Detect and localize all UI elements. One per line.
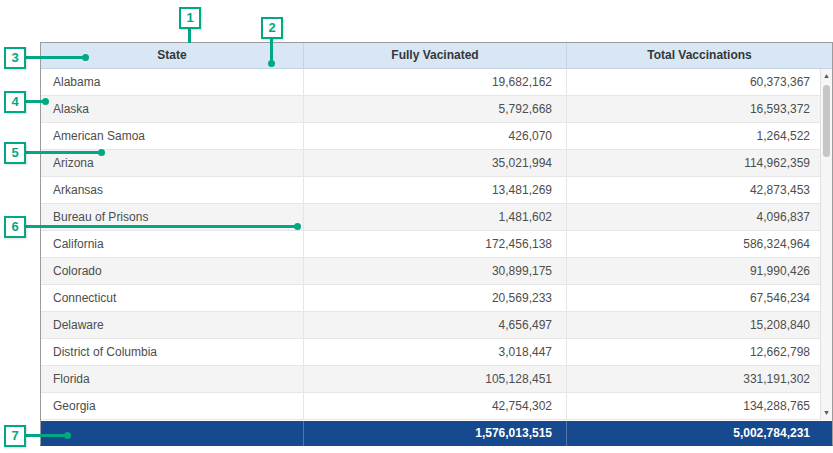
cell-total-vaccinations: 114,962,359 — [566, 150, 832, 176]
table-total-row: 1,576,013,515 5,002,784,231 — [41, 420, 832, 446]
cell-total-vaccinations: 331,191,302 — [566, 366, 832, 392]
callout-5-line — [26, 151, 100, 154]
cell-total-vaccinations: 42,873,453 — [566, 177, 832, 203]
cell-state: American Samoa — [41, 123, 303, 149]
table-row[interactable]: Florida 105,128,451 331,191,302 — [41, 366, 832, 393]
callout-1: 1 — [179, 7, 201, 29]
table-row[interactable]: Colorado 30,899,175 91,990,426 — [41, 258, 832, 285]
cell-state: Delaware — [41, 312, 303, 338]
vertical-scrollbar[interactable]: ▲ ▼ — [820, 69, 832, 420]
callout-6-dot — [294, 223, 301, 230]
callout-4-dot — [42, 98, 49, 105]
total-fully-vaccinated: 1,576,013,515 — [303, 421, 566, 446]
cell-total-vaccinations: 134,288,765 — [566, 393, 832, 419]
column-header-total-vaccinations[interactable]: Total Vaccinations — [566, 43, 832, 68]
cell-state: Florida — [41, 366, 303, 392]
cell-fully-vaccinated: 5,792,668 — [303, 96, 566, 122]
total-state-cell — [41, 421, 303, 446]
scrollbar-thumb[interactable] — [823, 85, 830, 157]
cell-state: Colorado — [41, 258, 303, 284]
table-row[interactable]: California 172,456,138 586,324,964 — [41, 231, 832, 258]
cell-state: California — [41, 231, 303, 257]
callout-1-line — [188, 29, 191, 43]
cell-fully-vaccinated: 19,682,162 — [303, 69, 566, 95]
table-body: Alabama 19,682,162 60,373,367 Alaska 5,7… — [41, 69, 832, 420]
cell-total-vaccinations: 67,546,234 — [566, 285, 832, 311]
callout-3-dot — [82, 54, 89, 61]
total-vaccinations: 5,002,784,231 — [566, 421, 832, 446]
cell-state: Arkansas — [41, 177, 303, 203]
cell-fully-vaccinated: 42,754,302 — [303, 393, 566, 419]
cell-state: Georgia — [41, 393, 303, 419]
cell-fully-vaccinated: 35,021,994 — [303, 150, 566, 176]
callout-7: 7 — [4, 425, 26, 447]
cell-total-vaccinations: 1,264,522 — [566, 123, 832, 149]
cell-fully-vaccinated: 105,128,451 — [303, 366, 566, 392]
cell-total-vaccinations: 4,096,837 — [566, 204, 832, 230]
callout-2-dot — [268, 60, 275, 67]
scroll-down-icon[interactable]: ▼ — [821, 406, 832, 420]
table-row[interactable]: Connecticut 20,569,233 67,546,234 — [41, 285, 832, 312]
cell-fully-vaccinated: 3,018,447 — [303, 339, 566, 365]
cell-fully-vaccinated: 1,481,602 — [303, 204, 566, 230]
table-row[interactable]: Alabama 19,682,162 60,373,367 — [41, 69, 832, 96]
cell-fully-vaccinated: 426,070 — [303, 123, 566, 149]
cell-state: Alabama — [41, 69, 303, 95]
callout-6-line — [26, 225, 296, 228]
callout-3: 3 — [4, 47, 26, 69]
cell-fully-vaccinated: 30,899,175 — [303, 258, 566, 284]
cell-fully-vaccinated: 172,456,138 — [303, 231, 566, 257]
cell-total-vaccinations: 586,324,964 — [566, 231, 832, 257]
cell-state: Connecticut — [41, 285, 303, 311]
cell-total-vaccinations: 91,990,426 — [566, 258, 832, 284]
table-header-row: State Fully Vacinated Total Vaccinations — [41, 43, 832, 69]
table-row[interactable]: Georgia 42,754,302 134,288,765 — [41, 393, 832, 420]
cell-total-vaccinations: 12,662,798 — [566, 339, 832, 365]
cell-total-vaccinations: 16,593,372 — [566, 96, 832, 122]
callout-7-dot — [64, 432, 71, 439]
data-table: State Fully Vacinated Total Vaccinations… — [40, 42, 833, 446]
page: State Fully Vacinated Total Vaccinations… — [0, 0, 833, 453]
cell-total-vaccinations: 15,208,840 — [566, 312, 832, 338]
table-row[interactable]: American Samoa 426,070 1,264,522 — [41, 123, 832, 150]
cell-state: Alaska — [41, 96, 303, 122]
cell-state: District of Columbia — [41, 339, 303, 365]
callout-5: 5 — [4, 142, 26, 164]
callout-2: 2 — [261, 17, 283, 39]
table-row[interactable]: Delaware 4,656,497 15,208,840 — [41, 312, 832, 339]
table-row[interactable]: Arizona 35,021,994 114,962,359 — [41, 150, 832, 177]
scroll-up-icon[interactable]: ▲ — [821, 69, 832, 83]
table-row[interactable]: Alaska 5,792,668 16,593,372 — [41, 96, 832, 123]
callout-4: 4 — [4, 91, 26, 113]
callout-6: 6 — [4, 216, 26, 238]
cell-fully-vaccinated: 4,656,497 — [303, 312, 566, 338]
table-row[interactable]: Arkansas 13,481,269 42,873,453 — [41, 177, 832, 204]
cell-total-vaccinations: 60,373,367 — [566, 69, 832, 95]
callout-7-line — [26, 434, 66, 437]
callout-3-line — [26, 56, 84, 59]
cell-fully-vaccinated: 20,569,233 — [303, 285, 566, 311]
column-header-fully-vaccinated[interactable]: Fully Vacinated — [303, 43, 566, 68]
table-row[interactable]: District of Columbia 3,018,447 12,662,79… — [41, 339, 832, 366]
callout-5-dot — [98, 149, 105, 156]
cell-fully-vaccinated: 13,481,269 — [303, 177, 566, 203]
